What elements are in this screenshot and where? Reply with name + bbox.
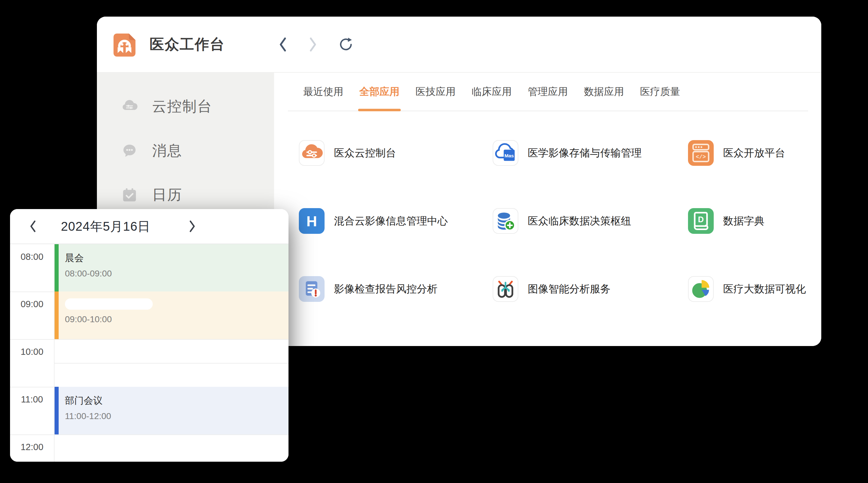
app-label: 医学影像存储与传输管理	[528, 146, 642, 160]
calendar-event-morning-meeting[interactable]: 晨会 08:00-09:00	[55, 244, 288, 291]
app-label: 数据字典	[723, 214, 765, 228]
cloud-settings-icon	[121, 98, 138, 115]
time-label: 10:00	[10, 347, 54, 357]
sidebar-item-label: 消息	[152, 141, 182, 160]
time-label: 12:00	[10, 442, 54, 452]
tab-clinical-apps[interactable]: 临床应用	[472, 73, 512, 110]
app-label: 医众开放平台	[723, 146, 785, 160]
app-label: 医众临床数据决策枢纽	[528, 214, 631, 228]
back-button[interactable]	[278, 37, 288, 52]
window-header: 医众工作台	[97, 17, 821, 73]
chevron-right-icon	[308, 37, 318, 52]
time-label: 09:00	[10, 299, 54, 309]
time-label: 08:00	[10, 252, 54, 262]
app-open-platform[interactable]: </> 医众开放平台	[688, 140, 821, 166]
calendar-day-view: 08:00 09:00 10:00 11:00 12:00 晨会 08:00-0…	[10, 244, 288, 462]
app-label: 影像检查报告风控分析	[334, 282, 437, 296]
forward-button[interactable]	[308, 37, 318, 52]
app-hybrid-cloud-center[interactable]: H 混合云影像信息管理中心	[299, 208, 493, 234]
hour-gridline	[10, 339, 288, 340]
refresh-button[interactable]	[338, 36, 354, 53]
app-clinical-data-hub[interactable]: 医众临床数据决策枢纽	[493, 208, 688, 234]
sidebar-item-label: 日历	[152, 185, 182, 205]
dictionary-book-icon: D	[688, 208, 714, 234]
app-category-tabs: 最近使用 全部应用 医技应用 临床应用 管理应用 数据应用 医疗质量	[288, 73, 808, 111]
app-label: 医众云控制台	[334, 146, 396, 160]
app-grid: 医众云控制台 Mas 医学影像存储与传输管理	[274, 111, 821, 302]
database-plus-icon	[493, 208, 518, 234]
lungs-ai-icon	[493, 276, 518, 302]
app-image-storage-transfer[interactable]: Mas 医学影像存储与传输管理	[493, 140, 688, 166]
calendar-popup: 2024年5月16日 08:00 09:00 10:00 11:00 12:00	[10, 209, 288, 462]
svg-text:D: D	[698, 215, 704, 224]
tab-management-apps[interactable]: 管理应用	[528, 73, 568, 110]
calendar-prev-day-button[interactable]	[26, 209, 39, 244]
cloud-storage-icon: Mas	[493, 140, 518, 166]
sidebar-item-label: 云控制台	[152, 97, 212, 116]
calendar-header: 2024年5月16日	[10, 209, 288, 244]
report-alert-icon	[299, 276, 324, 302]
redacted-title-pill	[65, 298, 153, 310]
app-report-risk-analysis[interactable]: 影像检查报告风控分析	[299, 276, 493, 302]
calendar-event-redacted[interactable]: 09:00-10:00	[55, 291, 288, 339]
app-title: 医众工作台	[150, 35, 225, 54]
event-time: 11:00-12:00	[65, 411, 288, 421]
app-cloud-console[interactable]: 医众云控制台	[299, 140, 493, 166]
chevron-left-icon	[278, 37, 288, 52]
calendar-check-icon	[121, 186, 138, 204]
content-area: 最近使用 全部应用 医技应用 临床应用 管理应用 数据应用 医疗质量	[274, 73, 821, 346]
message-bubble-icon	[121, 142, 138, 160]
refresh-icon	[338, 36, 354, 53]
chevron-left-icon	[28, 219, 38, 233]
event-title: 晨会	[65, 252, 288, 264]
app-label: 医疗大数据可视化	[723, 282, 806, 296]
sidebar-item-cloud-console[interactable]: 云控制台	[97, 84, 274, 129]
app-image-ai-analysis[interactable]: 图像智能分析服务	[493, 276, 688, 302]
svg-text:Mas: Mas	[504, 153, 514, 158]
svg-text:</>: </>	[696, 154, 706, 160]
tab-recently-used[interactable]: 最近使用	[303, 73, 343, 110]
tab-medical-quality[interactable]: 医疗质量	[640, 73, 680, 110]
tab-all-apps[interactable]: 全部应用	[360, 73, 400, 110]
app-logo-icon	[111, 31, 138, 58]
chevron-right-icon	[188, 219, 197, 233]
calendar-date-label: 2024年5月16日	[44, 209, 167, 244]
time-label: 11:00	[10, 394, 54, 405]
tab-medtech-apps[interactable]: 医技应用	[415, 73, 456, 110]
calendar-event-department-meeting[interactable]: 部门会议 11:00-12:00	[55, 387, 288, 434]
event-title: 部门会议	[65, 394, 288, 407]
cloud-sliders-icon	[299, 140, 324, 166]
hour-gridline	[10, 434, 288, 435]
header-nav	[278, 36, 354, 53]
pie-chart-icon	[688, 276, 714, 302]
tab-data-apps[interactable]: 数据应用	[584, 73, 624, 110]
sidebar-item-messages[interactable]: 消息	[97, 129, 274, 173]
app-label: 图像智能分析服务	[528, 282, 611, 296]
app-data-dictionary[interactable]: D 数据字典	[688, 208, 821, 234]
event-time: 08:00-09:00	[65, 268, 288, 279]
app-label: 混合云影像信息管理中心	[334, 214, 448, 228]
event-time: 09:00-10:00	[65, 314, 288, 324]
code-window-icon: </>	[688, 140, 714, 166]
hybrid-cloud-h-icon: H	[299, 208, 324, 234]
app-big-data-visualization[interactable]: 医疗大数据可视化	[688, 276, 821, 302]
desktop: 医众工作台	[0, 0, 868, 483]
half-hour-gridline	[55, 363, 288, 363]
calendar-next-day-button[interactable]	[186, 209, 199, 244]
